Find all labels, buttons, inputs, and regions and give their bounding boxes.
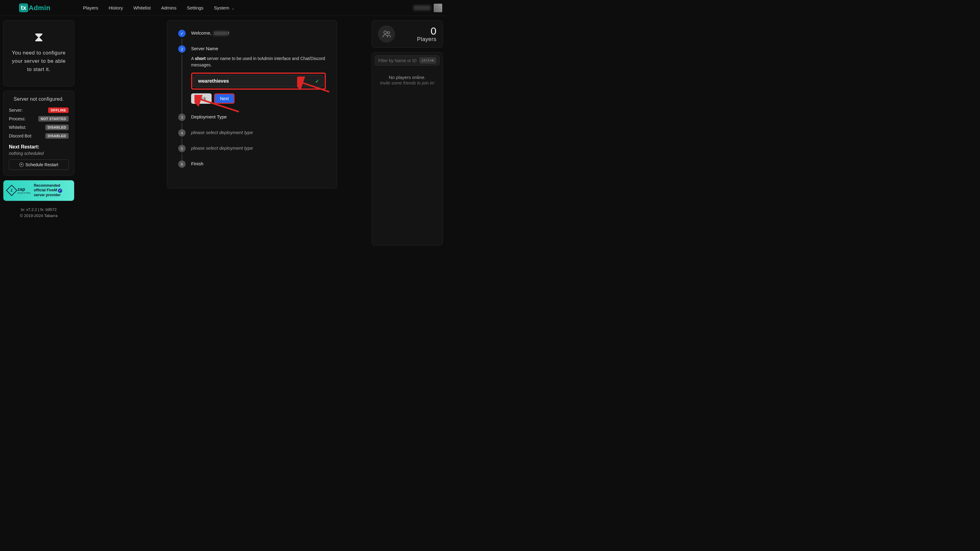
server-name-input-highlight: ✓ — [191, 73, 326, 90]
username-blurred — [414, 5, 431, 10]
step-server-name-title: Server Name — [191, 45, 326, 51]
nav-players[interactable]: Players — [78, 3, 103, 13]
logo-admin: Admin — [29, 4, 51, 12]
nav-admins[interactable]: Admins — [156, 3, 181, 13]
wizard-step-6: 6 Finish — [178, 160, 326, 176]
step-number-4: 4 — [178, 129, 186, 137]
filter-placeholder: Filter by Name or ID — [378, 58, 417, 63]
status-label: Discord Bot: — [9, 133, 32, 138]
status-label: Server: — [9, 108, 23, 113]
players-label: Players — [417, 36, 436, 43]
nav-system[interactable]: System ⌄ — [209, 3, 239, 13]
status-badge: DISABLED — [45, 125, 68, 130]
cube-icon: Z — [6, 185, 18, 196]
setup-wizard: ✓ Welcome, ! 2 Server Name A short serve… — [167, 20, 337, 189]
nav-system-label: System — [214, 5, 229, 10]
step-4-title: please select deployment type — [191, 129, 326, 135]
footer-version: tx: v7.2.2 | fx: b9572 © 2019-2024 Tabar… — [3, 206, 75, 219]
svg-point-0 — [384, 31, 387, 34]
status-card: Server not configured. Server: OFFLINE P… — [3, 91, 75, 176]
hourglass-icon: ⧗ — [9, 30, 68, 44]
players-count: 0 — [417, 26, 436, 36]
header-right — [414, 4, 442, 12]
status-row-process: Process: NOT STARTED — [9, 116, 68, 122]
step-number-6: 6 — [178, 160, 186, 168]
check-icon: ✓ — [178, 30, 186, 37]
nav-whitelist[interactable]: Whitelist — [128, 3, 156, 13]
kbd-shortcut: ctrl+k — [420, 57, 436, 64]
next-button[interactable]: Next — [214, 94, 235, 104]
zap-name: zap — [18, 186, 30, 192]
next-restart-title: Next Restart: — [9, 144, 68, 150]
next-restart-value: nothing scheduled — [9, 151, 68, 156]
verified-icon: ✓ — [58, 189, 62, 193]
username-blurred — [213, 31, 228, 35]
status-badge: NOT STARTED — [38, 116, 68, 122]
logo[interactable]: tx Admin — [19, 3, 51, 12]
plus-circle-icon: + — [19, 162, 24, 167]
status-row-discord: Discord Bot: DISABLED — [9, 133, 68, 139]
step-number-5: 5 — [178, 145, 186, 152]
wizard-step-5: 5 please select deployment type — [178, 145, 326, 160]
step-5-title: please select deployment type — [191, 145, 326, 151]
status-row-whitelist: Whitelist: DISABLED — [9, 125, 68, 130]
players-count-card: 0 Players — [371, 20, 443, 48]
players-list-card: Filter by Name or ID ctrl+k No players o… — [371, 52, 443, 246]
wizard-step-3: 3 Deployment Type — [178, 114, 326, 129]
zap-logo: Z zap HOSTING — [8, 186, 30, 194]
config-warning-card: ⧗ You need to configure your server to b… — [3, 20, 75, 86]
nav-settings[interactable]: Settings — [182, 3, 208, 13]
players-icon — [378, 25, 395, 43]
valid-check-icon: ✓ — [315, 78, 319, 84]
status-title: Server not configured. — [9, 97, 68, 102]
schedule-restart-label: Schedule Restart — [25, 162, 58, 167]
wizard-step-2: 2 Server Name A short server name to be … — [178, 45, 326, 114]
status-badge: DISABLED — [45, 133, 68, 139]
main-nav: Players History Whitelist Admins Setting… — [78, 3, 239, 13]
wizard-step-4: 4 please select deployment type — [178, 129, 326, 145]
step-deployment-type-title: Deployment Type — [191, 114, 326, 119]
step-finish-title: Finish — [191, 160, 326, 166]
step-server-name-desc: A short server name to be used in txAdmi… — [191, 56, 326, 68]
config-warning-text: You need to configure your server to be … — [9, 49, 68, 74]
nav-history[interactable]: History — [104, 3, 128, 13]
chevron-down-icon: ⌄ — [232, 7, 234, 10]
status-row-server: Server: OFFLINE — [9, 108, 68, 113]
filter-input[interactable]: Filter by Name or ID ctrl+k — [375, 56, 439, 65]
svg-point-1 — [387, 32, 390, 34]
zap-hosting-banner[interactable]: Z zap HOSTING Recommended official FiveM… — [3, 180, 75, 201]
status-label: Whitelist: — [9, 125, 26, 130]
server-name-input[interactable] — [194, 75, 323, 87]
step-number-2: 2 — [178, 45, 186, 52]
status-badge-offline: OFFLINE — [48, 108, 68, 113]
header: tx Admin Players History Whitelist Admin… — [0, 0, 446, 16]
no-players-msg: No players online. — [375, 75, 439, 80]
no-players-sub: Invite some friends to join in! — [375, 81, 439, 86]
back-button[interactable]: Back — [191, 94, 212, 104]
step-welcome-title: Welcome, ! — [191, 30, 326, 35]
schedule-restart-button[interactable]: + Schedule Restart — [9, 159, 68, 170]
zap-sub: HOSTING — [18, 192, 30, 194]
step-number-3: 3 — [178, 114, 186, 121]
logo-tx: tx — [19, 3, 28, 12]
wizard-step-1: ✓ Welcome, ! — [178, 30, 326, 45]
status-label: Process: — [9, 116, 25, 121]
avatar[interactable] — [434, 4, 442, 12]
zap-desc: Recommended official FiveM✓ server provi… — [34, 183, 62, 198]
